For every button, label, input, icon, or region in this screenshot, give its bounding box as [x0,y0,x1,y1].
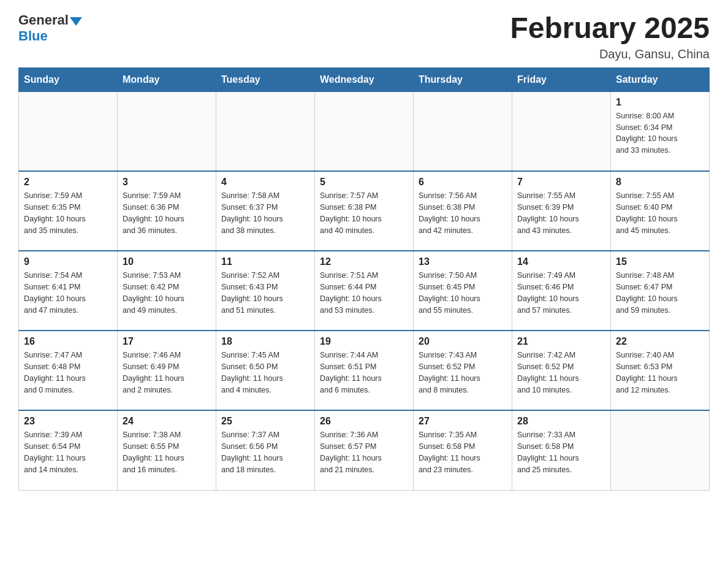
table-row: 7Sunrise: 7:55 AMSunset: 6:39 PMDaylight… [512,171,611,251]
table-row: 10Sunrise: 7:53 AMSunset: 6:42 PMDayligh… [118,251,216,331]
title-section: February 2025 Dayu, Gansu, China [510,12,710,61]
day-info: Sunrise: 7:38 AMSunset: 6:55 PMDaylight:… [123,429,211,475]
table-row: 12Sunrise: 7:51 AMSunset: 6:44 PMDayligh… [315,251,414,331]
header-wednesday: Wednesday [315,67,414,91]
table-row [611,410,710,490]
table-row: 28Sunrise: 7:33 AMSunset: 6:58 PMDayligh… [512,410,611,490]
logo-general-label: General [18,12,69,28]
day-info: Sunrise: 7:51 AMSunset: 6:44 PMDaylight:… [320,270,408,316]
day-number: 24 [123,416,211,427]
day-info: Sunrise: 7:40 AMSunset: 6:53 PMDaylight:… [616,350,704,396]
day-number: 12 [320,256,408,267]
day-number: 28 [517,416,605,427]
day-info: Sunrise: 7:49 AMSunset: 6:46 PMDaylight:… [517,270,605,316]
table-row: 19Sunrise: 7:44 AMSunset: 6:51 PMDayligh… [315,331,414,410]
table-row [414,91,512,171]
day-info: Sunrise: 7:52 AMSunset: 6:43 PMDaylight:… [221,270,309,316]
day-info: Sunrise: 7:43 AMSunset: 6:52 PMDaylight:… [419,350,507,396]
calendar-header: Sunday Monday Tuesday Wednesday Thursday… [19,67,710,91]
calendar-week-row: 16Sunrise: 7:47 AMSunset: 6:48 PMDayligh… [19,331,710,410]
day-info: Sunrise: 7:56 AMSunset: 6:38 PMDaylight:… [419,190,507,236]
day-number: 16 [24,336,112,347]
logo: General Blue [18,12,82,44]
day-number: 13 [419,256,507,267]
day-info: Sunrise: 7:35 AMSunset: 6:58 PMDaylight:… [419,429,507,475]
day-number: 21 [517,336,605,347]
table-row: 18Sunrise: 7:45 AMSunset: 6:50 PMDayligh… [216,331,315,410]
day-info: Sunrise: 7:33 AMSunset: 6:58 PMDaylight:… [517,429,605,475]
table-row: 27Sunrise: 7:35 AMSunset: 6:58 PMDayligh… [414,410,512,490]
calendar-week-row: 9Sunrise: 7:54 AMSunset: 6:41 PMDaylight… [19,251,710,331]
day-number: 23 [24,416,112,427]
table-row: 3Sunrise: 7:59 AMSunset: 6:36 PMDaylight… [118,171,216,251]
day-number: 7 [517,177,605,188]
day-info: Sunrise: 7:54 AMSunset: 6:41 PMDaylight:… [24,270,112,316]
day-info: Sunrise: 7:59 AMSunset: 6:36 PMDaylight:… [123,190,211,236]
day-number: 19 [320,336,408,347]
day-info: Sunrise: 7:47 AMSunset: 6:48 PMDaylight:… [24,350,112,396]
calendar-week-row: 2Sunrise: 7:59 AMSunset: 6:35 PMDaylight… [19,171,710,251]
table-row: 26Sunrise: 7:36 AMSunset: 6:57 PMDayligh… [315,410,414,490]
table-row: 6Sunrise: 7:56 AMSunset: 6:38 PMDaylight… [414,171,512,251]
day-info: Sunrise: 7:55 AMSunset: 6:39 PMDaylight:… [517,190,605,236]
calendar-body: 1Sunrise: 8:00 AMSunset: 6:34 PMDaylight… [19,91,710,490]
table-row [118,91,216,171]
day-number: 15 [616,256,704,267]
table-row: 5Sunrise: 7:57 AMSunset: 6:38 PMDaylight… [315,171,414,251]
logo-general-text: General [18,12,82,28]
table-row: 11Sunrise: 7:52 AMSunset: 6:43 PMDayligh… [216,251,315,331]
day-number: 26 [320,416,408,427]
day-info: Sunrise: 8:00 AMSunset: 6:34 PMDaylight:… [616,110,704,156]
day-number: 14 [517,256,605,267]
day-info: Sunrise: 7:50 AMSunset: 6:45 PMDaylight:… [419,270,507,316]
table-row: 13Sunrise: 7:50 AMSunset: 6:45 PMDayligh… [414,251,512,331]
calendar-title: February 2025 [510,12,710,45]
day-number: 27 [419,416,507,427]
day-number: 3 [123,177,211,188]
day-info: Sunrise: 7:48 AMSunset: 6:47 PMDaylight:… [616,270,704,316]
day-number: 10 [123,256,211,267]
calendar-week-row: 1Sunrise: 8:00 AMSunset: 6:34 PMDaylight… [19,91,710,171]
day-info: Sunrise: 7:58 AMSunset: 6:37 PMDaylight:… [221,190,309,236]
table-row: 25Sunrise: 7:37 AMSunset: 6:56 PMDayligh… [216,410,315,490]
table-row: 1Sunrise: 8:00 AMSunset: 6:34 PMDaylight… [611,91,710,171]
page-header: General Blue February 2025 Dayu, Gansu, … [18,12,710,61]
calendar-week-row: 23Sunrise: 7:39 AMSunset: 6:54 PMDayligh… [19,410,710,490]
day-info: Sunrise: 7:45 AMSunset: 6:50 PMDaylight:… [221,350,309,396]
day-info: Sunrise: 7:39 AMSunset: 6:54 PMDaylight:… [24,429,112,475]
table-row: 4Sunrise: 7:58 AMSunset: 6:37 PMDaylight… [216,171,315,251]
table-row: 2Sunrise: 7:59 AMSunset: 6:35 PMDaylight… [19,171,118,251]
header-monday: Monday [118,67,216,91]
day-number: 18 [221,336,309,347]
table-row: 21Sunrise: 7:42 AMSunset: 6:52 PMDayligh… [512,331,611,410]
header-row: Sunday Monday Tuesday Wednesday Thursday… [19,67,710,91]
table-row: 9Sunrise: 7:54 AMSunset: 6:41 PMDaylight… [19,251,118,331]
table-row: 20Sunrise: 7:43 AMSunset: 6:52 PMDayligh… [414,331,512,410]
day-number: 1 [616,97,704,108]
day-number: 8 [616,177,704,188]
table-row: 22Sunrise: 7:40 AMSunset: 6:53 PMDayligh… [611,331,710,410]
table-row: 17Sunrise: 7:46 AMSunset: 6:49 PMDayligh… [118,331,216,410]
table-row [512,91,611,171]
header-saturday: Saturday [611,67,710,91]
header-thursday: Thursday [414,67,512,91]
table-row: 24Sunrise: 7:38 AMSunset: 6:55 PMDayligh… [118,410,216,490]
table-row [216,91,315,171]
day-info: Sunrise: 7:59 AMSunset: 6:35 PMDaylight:… [24,190,112,236]
table-row: 15Sunrise: 7:48 AMSunset: 6:47 PMDayligh… [611,251,710,331]
logo-triangle-icon [70,17,82,26]
table-row: 14Sunrise: 7:49 AMSunset: 6:46 PMDayligh… [512,251,611,331]
day-info: Sunrise: 7:42 AMSunset: 6:52 PMDaylight:… [517,350,605,396]
logo-blue-text: Blue [18,28,48,44]
day-number: 25 [221,416,309,427]
day-info: Sunrise: 7:46 AMSunset: 6:49 PMDaylight:… [123,350,211,396]
day-number: 4 [221,177,309,188]
day-info: Sunrise: 7:44 AMSunset: 6:51 PMDaylight:… [320,350,408,396]
day-number: 17 [123,336,211,347]
table-row: 8Sunrise: 7:55 AMSunset: 6:40 PMDaylight… [611,171,710,251]
day-info: Sunrise: 7:37 AMSunset: 6:56 PMDaylight:… [221,429,309,475]
day-number: 5 [320,177,408,188]
day-number: 20 [419,336,507,347]
day-info: Sunrise: 7:36 AMSunset: 6:57 PMDaylight:… [320,429,408,475]
header-friday: Friday [512,67,611,91]
